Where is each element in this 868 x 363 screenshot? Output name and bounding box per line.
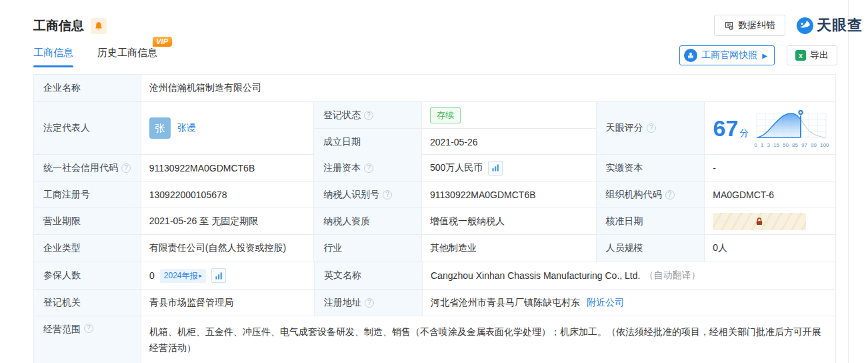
- field-label: 行业: [313, 235, 421, 262]
- field-label: 统一社会信用代码 ?: [34, 155, 141, 181]
- help-icon[interactable]: ?: [665, 190, 675, 200]
- header: 工商信息 数据纠错: [0, 0, 868, 74]
- trend-chart-icon: [215, 272, 223, 280]
- snapshot-arrow-icon: ▶: [762, 52, 767, 59]
- tick-label: 100: [820, 142, 829, 148]
- tab-bar: 工商信息 历史工商信息 VIP: [33, 47, 157, 67]
- data-correction-button[interactable]: 数据纠错: [714, 15, 785, 36]
- tick-label: 3: [767, 142, 769, 148]
- mid-subtable: 登记状态 ? 存续 成立日期 2021-05-26: [313, 102, 596, 154]
- field-label: 成立日期: [314, 129, 421, 155]
- business-info-page: 工商信息 数据纠错: [0, 0, 868, 363]
- tick-label: 50: [783, 142, 789, 148]
- chevron-right-icon: ▸: [199, 272, 203, 279]
- field-label: 法定代表人: [34, 102, 141, 154]
- legal-rep-avatar[interactable]: 张: [149, 117, 171, 139]
- tick-label: 1: [761, 142, 763, 148]
- capital-trend-chart-button[interactable]: [488, 161, 503, 175]
- official-snapshot-button[interactable]: 工商官网快照 ▶: [679, 45, 775, 65]
- staff-size-value: 0人: [704, 235, 835, 262]
- tianyancha-logo-icon: [796, 17, 814, 35]
- table-row: 统一社会信用代码 ? 91130922MA0GDMCT6B 注册资本 ? 500…: [34, 154, 835, 181]
- reg-status-cell: 存续: [421, 102, 596, 128]
- lock-icon: [755, 217, 764, 226]
- help-icon[interactable]: ?: [365, 298, 374, 308]
- field-label: 登记状态 ?: [314, 102, 421, 128]
- legal-rep-cell: 张 张谩: [141, 102, 313, 154]
- status-badge: 存续: [430, 107, 461, 123]
- nearby-companies-link[interactable]: 附近公司: [587, 297, 624, 309]
- score-value: 67: [713, 115, 738, 141]
- auto-translate-note: （自动翻译）: [644, 270, 700, 282]
- table-row: 参保人数 0 2024年报 ▸ 英文名称 Cangzhou Xinhan Cha: [34, 262, 835, 289]
- help-icon[interactable]: ?: [383, 190, 392, 200]
- field-label: 参保人数: [34, 262, 141, 289]
- table-row: 法定代表人 张 张谩 登记状态 ? 存续 成立日期 2021-05-26: [34, 101, 835, 154]
- field-label: 工商注册号: [34, 182, 141, 208]
- annual-report-tag[interactable]: 2024年报 ▸: [160, 269, 206, 283]
- help-icon[interactable]: ?: [84, 324, 93, 333]
- tick-label: 97: [801, 142, 807, 148]
- tick-label: 0: [754, 142, 757, 148]
- industry-value: 其他制造业: [421, 235, 596, 262]
- reg-address-cell: 河北省沧州市青县马厂镇陈缺屯村东 附近公司: [422, 290, 835, 316]
- taxpayer-quality-value: 增值税一般纳税人: [421, 208, 596, 234]
- help-icon[interactable]: ?: [364, 163, 373, 173]
- est-date-value: 2021-05-26: [421, 129, 596, 155]
- vip-badge: VIP: [153, 37, 172, 47]
- tianyancha-logo[interactable]: 天眼查: [796, 15, 863, 35]
- help-icon[interactable]: ?: [364, 111, 373, 120]
- bell-icon: [94, 21, 103, 31]
- table-row: 企业类型 有限责任公司(自然人投资或控股) 行业 其他制造业 人员规模 0人: [34, 234, 835, 262]
- field-label: 注册地址 ?: [314, 290, 422, 316]
- business-scope-text: 机箱、机柜、五金件、冲压件、电气成套设备研发、制造、销售（不含喷涂及金属表面化学…: [149, 324, 827, 356]
- field-label: 登记机关: [34, 290, 141, 316]
- field-label: 纳税人识别号 ?: [313, 182, 421, 208]
- field-label: 天眼评分 ?: [596, 102, 705, 154]
- company-type-value: 有限责任公司(自然人投资或控股): [141, 235, 314, 262]
- field-label: 组织机构代码 ?: [596, 182, 705, 208]
- sub-row: 成立日期 2021-05-26: [314, 128, 596, 155]
- legal-rep-link[interactable]: 张谩: [177, 122, 196, 134]
- field-label: 纳税人资质: [313, 208, 421, 234]
- bell-curve-chart: [754, 108, 829, 141]
- tick-label: 15: [773, 142, 779, 148]
- score-cell[interactable]: 67分: [704, 102, 835, 154]
- locked-value-button[interactable]: [713, 213, 806, 230]
- field-label: 注册资本 ?: [313, 155, 421, 181]
- reg-capital-cell: 500万人民币: [421, 155, 596, 181]
- export-button[interactable]: x 导出: [787, 45, 837, 65]
- score-chart-ticks: 0131550859799100: [754, 142, 829, 148]
- org-code-value: MA0GDMCT-6: [704, 182, 835, 208]
- field-label: 营业期限: [34, 208, 141, 234]
- taxpayer-id-value: 91130922MA0GDMCT6B: [421, 182, 596, 208]
- help-icon[interactable]: ?: [647, 123, 656, 133]
- help-icon[interactable]: ?: [121, 163, 131, 173]
- sub-row: 登记状态 ? 存续: [314, 102, 596, 128]
- stamp-icon: [684, 49, 697, 62]
- tab-history-business-info[interactable]: 历史工商信息 VIP: [97, 47, 157, 67]
- table-row: 企业名称 沧州信瀚机箱制造有限公司: [34, 75, 835, 101]
- tick-label: 99: [811, 142, 817, 148]
- brand-name: 天眼查: [817, 15, 863, 35]
- score-unit: 分: [739, 127, 749, 138]
- field-label: 经营范围 ?: [34, 316, 141, 363]
- field-label: 核准日期: [596, 208, 705, 234]
- data-correction-icon: [724, 21, 734, 31]
- tick-label: 85: [792, 142, 798, 148]
- subscribe-bell-button[interactable]: [91, 18, 107, 34]
- field-label: 实缴资本: [596, 155, 705, 181]
- field-label: 英文名称: [314, 262, 422, 289]
- insured-trend-chart-button[interactable]: [211, 268, 226, 283]
- business-scope-cell: 机箱、机柜、五金件、冲压件、电气成套设备研发、制造、销售（不含喷涂及金属表面化学…: [141, 316, 835, 363]
- excel-icon: x: [795, 50, 806, 61]
- table-row: 经营范围 ? 机箱、机柜、五金件、冲压件、电气成套设备研发、制造、销售（不含喷涂…: [34, 316, 835, 363]
- tab-business-info[interactable]: 工商信息: [33, 47, 73, 67]
- reg-number-value: 130922000105678: [141, 182, 314, 208]
- english-name-cell: Cangzhou Xinhan Chassis Manufacturing Co…: [422, 262, 835, 289]
- business-term-value: 2021-05-26 至 无固定期限: [141, 208, 314, 234]
- approval-date-cell: [704, 208, 835, 234]
- table-row: 登记机关 青县市场监督管理局 注册地址 ? 河北省沧州市青县马厂镇陈缺屯村东 附…: [34, 289, 835, 316]
- table-row: 工商注册号 130922000105678 纳税人识别号 ? 91130922M…: [34, 181, 835, 208]
- insured-count-cell: 0 2024年报 ▸: [141, 262, 314, 289]
